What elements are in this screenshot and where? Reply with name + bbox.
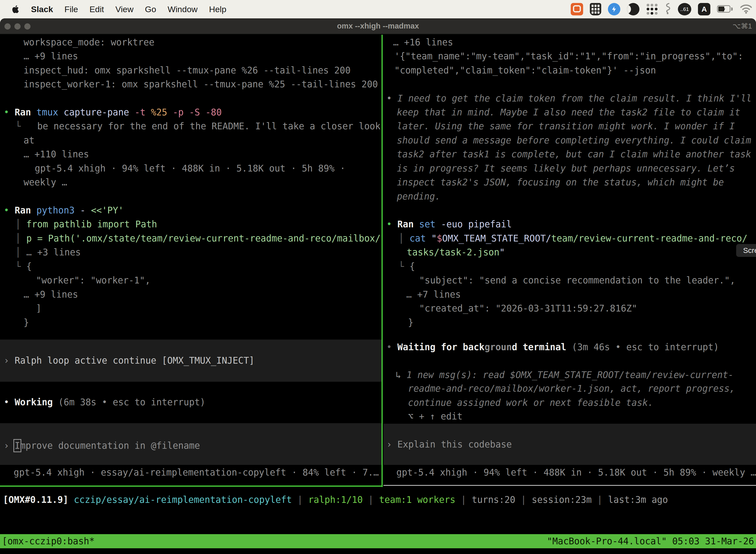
terminal-line: "completed","claim_token":"claim-token"}… — [394, 63, 656, 77]
squiggle-icon[interactable] — [665, 3, 671, 16]
assistant-icon[interactable]: A — [698, 3, 710, 15]
terminal-line: ↳ 1 new msg(s): read $OMX_TEAM_STATE_ROO… — [396, 368, 734, 382]
terminal-line: at — [23, 133, 35, 148]
wifi-icon[interactable] — [740, 4, 753, 15]
terminal-line: inspect task2's JSON, focusing on the st… — [397, 175, 724, 189]
screen-recording-icon[interactable] — [571, 3, 583, 15]
terminal-line: • I need to get the claim token from the… — [386, 91, 752, 106]
terminal-line: • Ran python3 - <<'PY' — [4, 203, 124, 217]
terminal-line: gpt-5.4 xhigh · 94% left · 488K in · 5.1… — [396, 465, 756, 480]
terminal-line: "created_at": "2026-03-31T11:59:27.816Z" — [419, 301, 637, 316]
menu-item-help[interactable]: Help — [209, 4, 227, 14]
menu-item-go[interactable]: Go — [145, 4, 156, 14]
terminal-line: } — [408, 316, 414, 330]
terminal-line: later. Using the same for transition mig… — [397, 119, 735, 133]
terminal-line: should send a message before completing … — [397, 133, 751, 148]
macos-menu-bar: Slack FileEditViewGoWindowHelp ..61 A — [0, 0, 756, 18]
terminal-line: workspace_mode: worktree — [23, 35, 154, 49]
battery-percent-icon[interactable]: ..61 — [678, 3, 691, 15]
tmux-host-clock-label: "MacBook-Pro-44.local" 05:03 31-Mar-26 — [547, 534, 754, 548]
terminal-line: › Improve documentation in @filename — [4, 439, 200, 453]
battery-icon[interactable] — [717, 5, 733, 13]
terminal-line: • Waiting for background terminal (3m 46… — [386, 340, 719, 354]
menu-app-name[interactable]: Slack — [31, 4, 53, 14]
terminal-line: inspect_worker-1: omx sparkshell --tmux-… — [23, 77, 378, 91]
terminal-line: │ … +3 lines — [15, 245, 81, 259]
apple-menu-icon[interactable] — [11, 4, 19, 14]
terminal-line: tasks/task-2.json" — [407, 245, 505, 259]
spark-circle-icon[interactable] — [608, 3, 620, 15]
tmux-status-bar: [omx-cczip0:bash* "MacBook-Pro-44.local"… — [0, 534, 756, 548]
terminal-line: … +16 lines — [393, 35, 453, 49]
tmux-session-label: [omx-cczip0:bash* — [2, 534, 95, 548]
terminal-line: is in progress? It seems likely but perh… — [397, 161, 735, 175]
terminal-line: } — [23, 316, 29, 330]
terminal-line: › Ralph loop active continue [OMX_TMUX_I… — [4, 353, 254, 368]
menu-bar-status-icons: ..61 A — [571, 3, 756, 16]
terminal-line: • Ran set -euo pipefail — [386, 217, 512, 231]
menu-item-view[interactable]: View — [115, 4, 133, 14]
terminal-line: gpt-5.4 xhigh · essay/ai-reimplementatio… — [14, 465, 379, 480]
right-pane-border — [383, 485, 756, 486]
terminal-line: '{"team_name":"my-team","task_id":"1","f… — [394, 49, 743, 63]
terminal-line: ] — [36, 301, 42, 316]
menu-item-window[interactable]: Window — [168, 4, 198, 14]
terminal-line: "subject": "send a concise recommendatio… — [419, 273, 736, 287]
terminal-line: "worker": "worker-1", — [36, 273, 150, 287]
terminal-line: [OMX#0.11.9] cczip/essay/ai-reimplementa… — [3, 493, 668, 507]
menu-item-file[interactable]: File — [64, 4, 78, 14]
terminal-line: keep that in mind. Maybe I also need the… — [397, 105, 740, 119]
terminal-line: inspect_hud: omx sparkshell --tmux-pane … — [23, 63, 351, 77]
pane-divider[interactable] — [381, 35, 383, 487]
terminal-line: • Ran tmux capture-pane -t %25 -p -S -80 — [4, 105, 222, 119]
terminal-line: │ p = Path('.omx/state/team/review-curre… — [15, 231, 380, 245]
terminal-line: weekly … — [23, 175, 67, 189]
terminal-line: task2 after task1 is complete, but can I… — [397, 147, 751, 161]
dots-grid-icon[interactable] — [646, 3, 658, 15]
terminal-line: readme-and-reco/mailbox/worker-1.json, a… — [408, 382, 735, 396]
terminal-line: pending. — [397, 189, 441, 204]
terminal-line: │ cat "$OMX_TEAM_STATE_ROOT/team/review-… — [398, 231, 747, 245]
crescent-icon[interactable] — [627, 3, 639, 15]
menu-item-edit[interactable]: Edit — [89, 4, 104, 14]
terminal-line: … +110 lines — [23, 147, 89, 161]
left-pane-border — [0, 486, 383, 487]
grid-shield-icon[interactable] — [590, 3, 601, 15]
terminal-line: └ be necessary for the end of the README… — [15, 119, 380, 133]
terminal-window: omx --xhigh --madmax ⌥⌘1 Scre [omx-cczip… — [0, 18, 756, 554]
terminal-line: • Working (6m 38s • esc to interrupt) — [4, 395, 205, 409]
terminal-line: └ { — [15, 259, 32, 274]
terminal-line: ⌥ + ↑ edit — [408, 409, 462, 424]
terminal-line: │ from pathlib import Path — [15, 217, 157, 231]
terminal-layer[interactable]: Scre [omx-cczip0:bash* "MacBook-Pro-44.l… — [0, 18, 756, 554]
screenshot-tooltip: Scre — [736, 244, 756, 257]
terminal-line: continue assigned work or next feasible … — [408, 396, 653, 410]
terminal-line: › Explain this codebase — [386, 437, 512, 451]
terminal-line: … +9 lines — [23, 49, 78, 63]
terminal-line: … +7 lines — [406, 287, 461, 301]
terminal-line: … +9 lines — [23, 287, 78, 301]
terminal-line: └ { — [398, 259, 415, 274]
terminal-line: gpt-5.4 xhigh · 94% left · 488K in · 5.1… — [35, 161, 345, 175]
